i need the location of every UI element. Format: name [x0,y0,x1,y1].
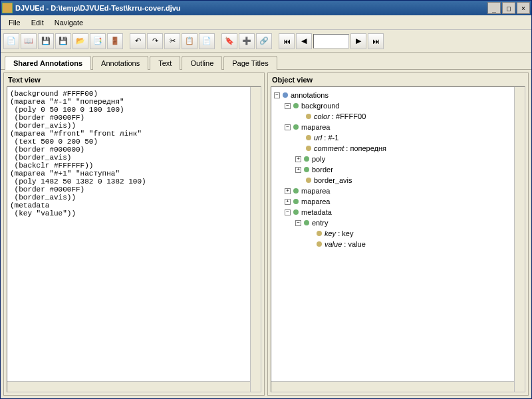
new-button[interactable]: 📄 [3,33,19,49]
node-icon [304,156,309,162]
text-view-pane: Text view (background #FFFF00) (maparea … [3,72,265,396]
copy-doc-icon: 📑 [93,37,102,45]
book-icon: 📖 [24,37,33,45]
collapse-icon[interactable]: − [285,209,291,215]
cut-button[interactable]: ✂ [164,33,180,49]
add-button[interactable]: ➕ [239,33,255,49]
menu-edit[interactable]: Edit [26,17,49,28]
node-icon [304,167,309,172]
collapse-icon[interactable]: − [285,103,291,109]
tree-node-poly[interactable]: + poly [274,154,522,164]
undo-button[interactable]: ↶ [130,33,146,49]
copy-icon: 📋 [185,37,194,45]
collapse-icon[interactable]: − [274,92,280,98]
tree-leaf-border-avis[interactable]: border_avis [274,175,522,186]
node-icon [304,220,309,225]
leaf-icon [317,231,322,236]
next-page-button[interactable]: ▶ [350,33,366,49]
tabstrip: Shared Annotations Annotations Text Outl… [1,53,531,70]
tree-node-background[interactable]: − background [274,100,522,111]
tree-node-maparea-3[interactable]: + maparea [274,196,522,207]
tree-node-annotations[interactable]: − annotations [274,90,522,100]
expand-icon[interactable]: + [285,199,291,205]
tab-outline[interactable]: Outline [182,56,222,70]
tree-node-metadata[interactable]: − metadata [274,207,522,217]
tree-node-entry[interactable]: − entry [274,217,522,228]
redo-icon: ↷ [152,37,158,45]
file-icon: 📄 [7,37,16,45]
link-button[interactable]: 🔗 [256,33,272,49]
folder-icon: 📂 [76,37,85,45]
save-as-button[interactable]: 💾 [55,33,71,49]
tree-leaf-value[interactable]: value : value [274,239,522,249]
undo-icon: ↶ [135,37,141,45]
tree-leaf-key[interactable]: key : key [274,228,522,239]
tree-node-maparea-1[interactable]: − maparea [274,122,522,132]
expand-icon[interactable]: + [295,156,301,162]
tab-annotations[interactable]: Annotations [92,56,148,70]
text-scroll-h[interactable] [7,381,250,392]
object-tree[interactable]: − annotations − background color : #FFFF… [271,87,525,252]
leaf-icon [306,178,311,183]
tab-page-titles[interactable]: Page Titles [223,56,277,70]
text-view-content[interactable]: (background #FFFF00) (maparea "#-1" "поп… [7,86,261,392]
collapse-icon[interactable]: − [295,220,301,226]
node-icon [293,188,299,194]
leaf-icon [306,114,311,119]
collapse-icon[interactable]: − [285,124,291,130]
menubar: File Edit Navigate [1,15,531,30]
node-icon [283,92,288,98]
tab-text[interactable]: Text [150,56,180,70]
plus-icon: ➕ [242,37,251,45]
object-view-pane: Object view − annotations − background [267,72,529,396]
prev-page-button[interactable]: ◀ [296,33,312,49]
app-window: DJVUEd - D:\temp\DJVUEd-Test\krru-cover.… [0,0,532,399]
text-view-header: Text view [4,73,264,86]
exit-button[interactable]: 🚪 [107,33,123,49]
next-icon: ▶ [356,37,361,45]
paste-icon: 📄 [202,37,211,45]
link-icon: 🔗 [259,37,269,45]
node-icon [293,103,299,108]
tree-leaf-url[interactable]: url : #-1 [274,132,522,143]
last-page-button[interactable]: ⏭ [368,33,384,49]
save-button[interactable]: 💾 [38,33,54,49]
tree-node-border[interactable]: + border [274,164,522,175]
mark-button[interactable]: 🔖 [221,33,237,49]
open-folder-button[interactable]: 📂 [72,33,88,49]
object-view-header: Object view [268,73,528,86]
tree-scroll-v[interactable] [514,87,525,392]
body: Text view (background #FFFF00) (maparea … [1,70,531,398]
first-page-button[interactable]: ⏮ [279,33,295,49]
copy-doc-button[interactable]: 📑 [90,33,106,49]
copy-button[interactable]: 📋 [182,33,198,49]
tab-shared-annotations[interactable]: Shared Annotations [5,56,91,70]
tree-scroll-h[interactable] [271,381,514,392]
tree-leaf-color[interactable]: color : #FFFF00 [274,111,522,122]
menu-navigate[interactable]: Navigate [49,17,88,28]
last-icon: ⏭ [372,37,380,45]
open-button[interactable]: 📖 [21,33,37,49]
minimize-button[interactable]: _ [487,2,501,14]
expand-icon[interactable]: + [285,188,291,194]
save-icon: 💾 [41,37,51,45]
tree-leaf-comment[interactable]: comment : попередня [274,143,522,154]
text-scroll-v[interactable] [250,87,261,392]
tree-node-maparea-2[interactable]: + maparea [274,186,522,196]
window-title: DJVUEd - D:\temp\DJVUEd-Test\krru-cover.… [15,4,486,12]
close-button[interactable]: × [517,2,530,14]
flag-icon: 🔖 [225,37,234,45]
expand-icon[interactable]: + [295,167,301,173]
paste-button[interactable]: 📄 [199,33,215,49]
object-view-content[interactable]: − annotations − background color : #FFFF… [271,86,525,392]
text-view-editor[interactable]: (background #FFFF00) (maparea "#-1" "поп… [7,87,261,220]
leaf-icon [306,135,311,140]
leaf-icon [317,241,322,247]
menu-file[interactable]: File [3,17,26,28]
titlebar: DJVUEd - D:\temp\DJVUEd-Test\krru-cover.… [1,1,531,15]
leaf-icon [306,146,311,151]
redo-button[interactable]: ↷ [147,33,163,49]
page-input[interactable] [313,34,349,49]
node-icon [293,199,299,204]
maximize-button[interactable]: □ [502,2,515,14]
